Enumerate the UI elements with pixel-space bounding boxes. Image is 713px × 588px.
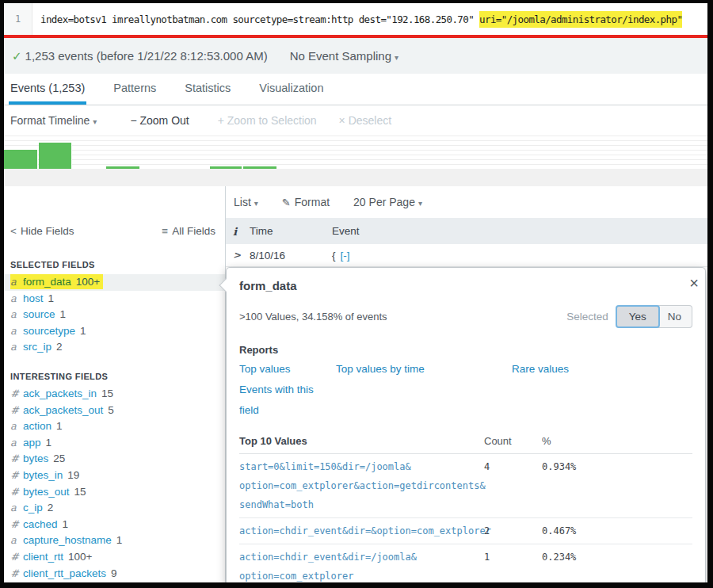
field-type-icon: # [10, 403, 20, 419]
table-row: action=chdir_event&dir=&option=com_extpl… [239, 518, 692, 544]
field-type-icon: # [10, 484, 20, 501]
field-name-link[interactable]: src_ip [23, 341, 51, 353]
value-count: 1 [484, 548, 542, 582]
field-name-link[interactable]: app [23, 437, 41, 449]
selected-no-button[interactable]: No [658, 305, 692, 328]
field-item[interactable]: #bytes_in19 [4, 468, 225, 484]
field-type-icon: a [10, 418, 20, 435]
field-name-link[interactable]: sourcetype [23, 325, 75, 337]
field-count: 2 [56, 341, 63, 353]
format-timeline-dropdown[interactable]: Format Timeline▾ [10, 114, 97, 127]
tab[interactable]: Visualization [257, 74, 325, 105]
field-name-link[interactable]: capture_hostname [23, 534, 112, 546]
timeline-bar[interactable] [243, 166, 277, 169]
field-name-link[interactable]: form_data [23, 276, 71, 288]
popup-body: form_data × >100 Values, 34.158% of even… [227, 268, 705, 582]
field-item[interactable]: asrc_ip2 [4, 339, 225, 356]
field-name-link[interactable]: bytes_out [23, 486, 70, 498]
field-item-inner: asourcetype1 [10, 325, 86, 337]
field-name-link[interactable]: bytes [23, 452, 48, 464]
field-item[interactable]: #bytes_out15 [4, 484, 225, 501]
event-time: 8/10/16 [243, 250, 330, 262]
report-link[interactable]: Top values by time [336, 359, 512, 380]
timeline-bar[interactable] [106, 166, 140, 169]
value-count: 4 [484, 457, 542, 514]
value-link[interactable]: action=chdir_event&dir=&option=com_extpl… [239, 521, 484, 540]
percent-column-header: % [542, 435, 692, 447]
field-count: 1 [56, 420, 63, 432]
selected-yes-button[interactable]: Yes [616, 305, 660, 328]
field-count: 5 [108, 404, 114, 416]
field-item[interactable]: asource1 [4, 307, 225, 323]
field-item[interactable]: #client_rtt100+ [4, 549, 225, 566]
timeline-bar[interactable] [210, 166, 242, 169]
field-item[interactable]: acapture_hostname1 [4, 533, 225, 549]
field-name-link[interactable]: bytes_in [23, 469, 63, 481]
field-name-link[interactable]: action [23, 420, 51, 432]
report-link[interactable]: Rare values [512, 359, 692, 380]
field-type-icon: a [10, 339, 20, 356]
zoom-out-button[interactable]: − Zoom Out [130, 114, 189, 127]
field-item[interactable]: #client_rtt_packets9 [4, 566, 225, 582]
field-name-link[interactable]: client_rtt [23, 551, 63, 563]
field-count: 2 [48, 502, 54, 514]
field-item[interactable]: aform_data100+ [4, 274, 225, 291]
hide-fields-link[interactable]: <Hide Fields [10, 225, 74, 237]
tab-label: Statistics [185, 82, 231, 94]
events-count-text: 1,253 events (before 1/21/22 8:12:53.000… [25, 49, 268, 63]
tab[interactable]: Statistics [183, 74, 232, 105]
report-link[interactable]: Events with this field [239, 380, 336, 421]
field-item-inner: #bytes25 [10, 452, 65, 464]
field-item-inner: ac_ip2 [10, 502, 53, 514]
field-item[interactable]: ahost1 [4, 291, 225, 307]
all-fields-link[interactable]: ≡All Fields [162, 225, 215, 237]
field-name-link[interactable]: ack_packets_out [23, 404, 103, 416]
field-count: 1 [48, 292, 55, 304]
format-button[interactable]: ✎Format [282, 196, 330, 208]
expand-event-icon[interactable]: > [226, 250, 243, 261]
value-link[interactable]: start=0&limit=150&dir=/joomla&option=com… [239, 457, 484, 514]
field-item[interactable]: aaction1 [4, 418, 225, 435]
field-name-link[interactable]: source [23, 308, 55, 320]
timeline-toolbar: Format Timeline▾ − Zoom Out + Zoom to Se… [4, 105, 707, 136]
event-timeline-chart[interactable] [4, 136, 707, 169]
timeline-bar[interactable] [4, 150, 38, 169]
table-row: action=chdir_event&dir=/joomla&option=co… [239, 544, 692, 582]
field-item[interactable]: asourcetype1 [4, 323, 225, 340]
per-page-dropdown[interactable]: 20 Per Page▾ [353, 196, 422, 208]
field-name-link[interactable]: host [23, 292, 44, 304]
field-name-link[interactable]: cached [23, 518, 58, 530]
list-type-dropdown[interactable]: List▾ [234, 196, 258, 208]
query-text: index=botsv1 imreallynotbatman.com sourc… [40, 13, 479, 25]
value-link[interactable]: action=chdir_event&dir=/joomla&option=co… [239, 548, 484, 582]
report-link[interactable]: Top values [239, 359, 336, 380]
field-type-icon: # [10, 451, 20, 468]
field-item[interactable]: #ack_packets_in15 [4, 386, 225, 403]
field-item[interactable]: #cached1 [4, 517, 225, 533]
search-input[interactable]: index=botsv1 imreallynotbatman.com sourc… [32, 3, 707, 35]
popup-title: form_data [239, 279, 692, 292]
field-name-link[interactable]: client_rtt_packets [23, 567, 106, 579]
field-item[interactable]: ac_ip2 [4, 500, 225, 517]
timeline-bar[interactable] [39, 143, 72, 169]
results-status-bar: ✓1,253 events (before 1/21/22 8:12:53.00… [4, 38, 707, 74]
close-icon[interactable]: × [683, 274, 705, 292]
tab[interactable]: Patterns [112, 74, 158, 105]
value-count: 2 [484, 521, 542, 540]
field-item[interactable]: aapp1 [4, 435, 225, 452]
top-values-title: Top 10 Values [239, 435, 484, 447]
field-item[interactable]: #bytes25 [4, 451, 225, 468]
field-count: 1 [116, 534, 123, 546]
field-name-link[interactable]: c_ip [23, 502, 43, 514]
field-type-icon: # [10, 386, 20, 403]
tab[interactable]: Events (1,253) [9, 74, 86, 105]
pencil-icon: ✎ [282, 197, 291, 208]
field-item-inner: #ack_packets_in15 [10, 388, 113, 399]
field-item-inner: ahost1 [10, 292, 54, 304]
event-sampling-dropdown[interactable]: No Event Sampling▾ [290, 49, 398, 63]
collapse-json-link[interactable]: [-] [341, 250, 350, 262]
event-cell: {[-] [330, 250, 707, 262]
field-name-link[interactable]: ack_packets_in [23, 388, 97, 399]
field-item[interactable]: #ack_packets_out5 [4, 403, 225, 419]
caret-down-icon: ▾ [418, 199, 422, 208]
